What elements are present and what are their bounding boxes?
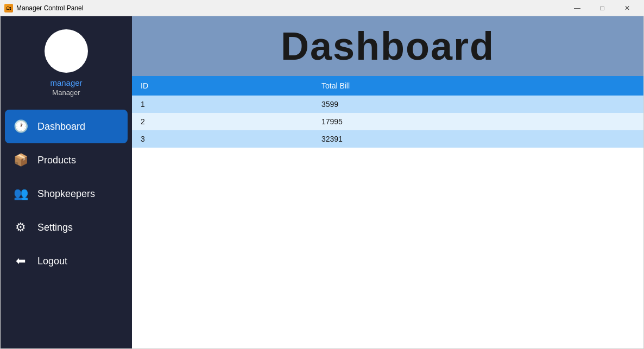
column-header-total-bill: Total Bill: [313, 76, 643, 96]
table-header-row: ID Total Bill: [132, 76, 643, 96]
sidebar-item-shopkeepers[interactable]: 👥 Shopkeepers: [1, 177, 132, 211]
cell-id: 3: [132, 130, 313, 148]
dashboard-header: Dashboard: [132, 16, 643, 76]
shopkeepers-icon: 👥: [11, 185, 30, 203]
data-table: ID Total Bill 13599217995332391: [132, 76, 643, 148]
sidebar: manager Manager 🕐 Dashboard 📦 Products 👥…: [1, 16, 132, 348]
page-title: Dashboard: [281, 24, 495, 68]
cell-total-bill: 32391: [313, 130, 643, 148]
app-container: manager Manager 🕐 Dashboard 📦 Products 👥…: [0, 16, 644, 349]
sidebar-item-products[interactable]: 📦 Products: [1, 143, 132, 177]
maximize-button[interactable]: □: [590, 0, 615, 16]
role-label: Manager: [52, 88, 80, 97]
cell-id: 2: [132, 113, 313, 130]
products-label: Products: [37, 155, 76, 166]
column-header-id: ID: [132, 76, 313, 96]
title-bar: 🗂 Manager Control Panel — □ ✕: [0, 0, 644, 16]
cell-id: 1: [132, 96, 313, 113]
sidebar-item-settings[interactable]: ⚙ Settings: [1, 211, 132, 244]
sidebar-nav: 🕐 Dashboard 📦 Products 👥 Shopkeepers ⚙ S…: [1, 105, 132, 348]
sidebar-item-dashboard[interactable]: 🕐 Dashboard: [5, 110, 128, 143]
main-content: Dashboard ID Total Bill 1359921799533239…: [132, 16, 643, 348]
table-container: ID Total Bill 13599217995332391: [132, 76, 643, 348]
table-row: 332391: [132, 130, 643, 148]
sidebar-item-logout[interactable]: ⬅ Logout: [1, 244, 132, 278]
settings-icon: ⚙: [11, 218, 30, 237]
table-row: 13599: [132, 96, 643, 113]
sidebar-profile: manager Manager: [1, 16, 132, 105]
close-button[interactable]: ✕: [615, 0, 640, 16]
window-controls: — □ ✕: [565, 0, 640, 16]
table-body: 13599217995332391: [132, 96, 643, 148]
cell-total-bill: 3599: [313, 96, 643, 113]
avatar: [45, 29, 88, 73]
minimize-button[interactable]: —: [565, 0, 590, 16]
dashboard-icon: 🕐: [11, 117, 30, 136]
dashboard-label: Dashboard: [37, 121, 85, 132]
table-row: 217995: [132, 113, 643, 130]
cell-total-bill: 17995: [313, 113, 643, 130]
logout-label: Logout: [37, 256, 67, 267]
username-label: manager: [50, 78, 82, 87]
logout-icon: ⬅: [11, 252, 30, 270]
shopkeepers-label: Shopkeepers: [37, 188, 95, 200]
title-bar-text: Manager Control Panel: [16, 4, 565, 12]
products-icon: 📦: [11, 151, 30, 169]
settings-label: Settings: [37, 222, 73, 233]
app-icon: 🗂: [4, 4, 13, 12]
